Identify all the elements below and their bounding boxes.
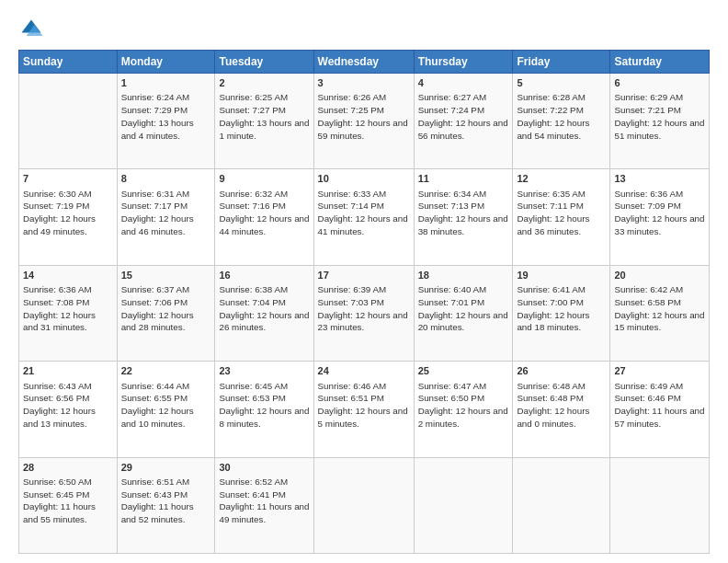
cell-date: 28 [23, 461, 113, 475]
cell-info: Sunrise: 6:46 AMSunset: 6:51 PMDaylight:… [318, 380, 410, 431]
header [18, 17, 710, 42]
cell-date: 26 [517, 364, 606, 378]
calendar-cell: 18Sunrise: 6:40 AMSunset: 7:01 PMDayligh… [414, 265, 513, 361]
calendar-cell: 2Sunrise: 6:25 AMSunset: 7:27 PMDaylight… [215, 74, 313, 169]
cell-date: 16 [219, 269, 309, 282]
cell-date: 3 [318, 76, 410, 90]
calendar-cell: 25Sunrise: 6:47 AMSunset: 6:50 PMDayligh… [414, 362, 513, 457]
calendar-cell: 28Sunrise: 6:50 AMSunset: 6:45 PMDayligh… [19, 457, 118, 553]
cell-date: 20 [614, 269, 705, 282]
calendar-cell [313, 457, 414, 553]
cell-date: 1 [121, 76, 211, 90]
cell-date: 11 [418, 172, 509, 186]
cell-info: Sunrise: 6:43 AMSunset: 6:56 PMDaylight:… [23, 380, 113, 431]
calendar-cell: 6Sunrise: 6:29 AMSunset: 7:21 PMDaylight… [610, 74, 710, 169]
calendar-cell: 8Sunrise: 6:31 AMSunset: 7:17 PMDaylight… [117, 169, 215, 265]
calendar-cell: 24Sunrise: 6:46 AMSunset: 6:51 PMDayligh… [313, 362, 414, 457]
day-header-friday: Friday [513, 51, 610, 74]
cell-info: Sunrise: 6:47 AMSunset: 6:50 PMDaylight:… [418, 380, 509, 431]
cell-info: Sunrise: 6:36 AMSunset: 7:08 PMDaylight:… [23, 283, 113, 334]
cell-date: 21 [23, 364, 113, 378]
cell-info: Sunrise: 6:32 AMSunset: 7:16 PMDaylight:… [219, 188, 309, 238]
cell-info: Sunrise: 6:48 AMSunset: 6:48 PMDaylight:… [517, 380, 606, 431]
calendar-cell [513, 457, 610, 553]
calendar-cell: 4Sunrise: 6:27 AMSunset: 7:24 PMDaylight… [414, 74, 513, 169]
calendar-cell: 17Sunrise: 6:39 AMSunset: 7:03 PMDayligh… [313, 265, 414, 361]
cell-date: 7 [23, 172, 113, 186]
cell-info: Sunrise: 6:26 AMSunset: 7:25 PMDaylight:… [318, 91, 410, 142]
calendar-cell: 23Sunrise: 6:45 AMSunset: 6:53 PMDayligh… [215, 362, 313, 457]
cell-date: 30 [219, 461, 309, 475]
calendar-cell: 29Sunrise: 6:51 AMSunset: 6:43 PMDayligh… [117, 457, 215, 553]
day-header-monday: Monday [117, 51, 215, 74]
cell-info: Sunrise: 6:52 AMSunset: 6:41 PMDaylight:… [219, 476, 309, 526]
cell-date: 29 [121, 461, 211, 475]
cell-info: Sunrise: 6:34 AMSunset: 7:13 PMDaylight:… [418, 188, 509, 238]
logo-icon [18, 17, 44, 42]
calendar-cell: 27Sunrise: 6:49 AMSunset: 6:46 PMDayligh… [610, 362, 710, 457]
cell-info: Sunrise: 6:33 AMSunset: 7:14 PMDaylight:… [318, 188, 410, 238]
cell-date: 25 [418, 364, 509, 378]
calendar-cell: 14Sunrise: 6:36 AMSunset: 7:08 PMDayligh… [19, 265, 118, 361]
calendar-week-3: 14Sunrise: 6:36 AMSunset: 7:08 PMDayligh… [19, 265, 710, 361]
calendar-cell: 3Sunrise: 6:26 AMSunset: 7:25 PMDaylight… [313, 74, 414, 169]
calendar-week-2: 7Sunrise: 6:30 AMSunset: 7:19 PMDaylight… [19, 169, 710, 265]
cell-date: 8 [121, 172, 211, 186]
calendar-week-5: 28Sunrise: 6:50 AMSunset: 6:45 PMDayligh… [19, 457, 710, 553]
cell-date: 10 [318, 172, 410, 186]
cell-date: 13 [614, 172, 705, 186]
cell-info: Sunrise: 6:49 AMSunset: 6:46 PMDaylight:… [614, 380, 705, 431]
cell-info: Sunrise: 6:25 AMSunset: 7:27 PMDaylight:… [219, 91, 309, 142]
calendar-cell [610, 457, 710, 553]
cell-info: Sunrise: 6:44 AMSunset: 6:55 PMDaylight:… [121, 380, 211, 431]
cell-date: 24 [318, 364, 410, 378]
cell-info: Sunrise: 6:35 AMSunset: 7:11 PMDaylight:… [517, 188, 606, 238]
cell-date: 12 [517, 172, 606, 186]
day-header-sunday: Sunday [19, 51, 118, 74]
day-header-wednesday: Wednesday [313, 51, 414, 74]
cell-info: Sunrise: 6:36 AMSunset: 7:09 PMDaylight:… [614, 188, 705, 238]
cell-date: 9 [219, 172, 309, 186]
cell-info: Sunrise: 6:51 AMSunset: 6:43 PMDaylight:… [121, 476, 211, 526]
cell-date: 4 [418, 76, 509, 90]
cell-date: 18 [418, 269, 509, 282]
calendar-cell: 7Sunrise: 6:30 AMSunset: 7:19 PMDaylight… [19, 169, 118, 265]
day-header-tuesday: Tuesday [215, 51, 313, 74]
cell-info: Sunrise: 6:40 AMSunset: 7:01 PMDaylight:… [418, 283, 509, 334]
cell-date: 14 [23, 269, 113, 282]
cell-info: Sunrise: 6:45 AMSunset: 6:53 PMDaylight:… [219, 380, 309, 431]
calendar-header-row: SundayMondayTuesdayWednesdayThursdayFrid… [19, 51, 710, 74]
cell-date: 22 [121, 364, 211, 378]
day-header-saturday: Saturday [610, 51, 710, 74]
calendar-cell: 30Sunrise: 6:52 AMSunset: 6:41 PMDayligh… [215, 457, 313, 553]
cell-info: Sunrise: 6:24 AMSunset: 7:29 PMDaylight:… [121, 91, 211, 142]
calendar-cell: 13Sunrise: 6:36 AMSunset: 7:09 PMDayligh… [610, 169, 710, 265]
cell-info: Sunrise: 6:29 AMSunset: 7:21 PMDaylight:… [614, 91, 705, 142]
cell-date: 19 [517, 269, 606, 282]
calendar-cell: 20Sunrise: 6:42 AMSunset: 6:58 PMDayligh… [610, 265, 710, 361]
calendar-cell [19, 74, 118, 169]
cell-info: Sunrise: 6:28 AMSunset: 7:22 PMDaylight:… [517, 91, 606, 142]
cell-info: Sunrise: 6:41 AMSunset: 7:00 PMDaylight:… [517, 283, 606, 334]
cell-info: Sunrise: 6:27 AMSunset: 7:24 PMDaylight:… [418, 91, 509, 142]
calendar-cell: 12Sunrise: 6:35 AMSunset: 7:11 PMDayligh… [513, 169, 610, 265]
logo [18, 17, 48, 42]
calendar-cell: 21Sunrise: 6:43 AMSunset: 6:56 PMDayligh… [19, 362, 118, 457]
cell-info: Sunrise: 6:37 AMSunset: 7:06 PMDaylight:… [121, 283, 211, 334]
cell-info: Sunrise: 6:30 AMSunset: 7:19 PMDaylight:… [23, 188, 113, 238]
calendar-cell: 26Sunrise: 6:48 AMSunset: 6:48 PMDayligh… [513, 362, 610, 457]
calendar-cell: 5Sunrise: 6:28 AMSunset: 7:22 PMDaylight… [513, 74, 610, 169]
cell-info: Sunrise: 6:38 AMSunset: 7:04 PMDaylight:… [219, 283, 309, 334]
calendar-week-1: 1Sunrise: 6:24 AMSunset: 7:29 PMDaylight… [19, 74, 710, 169]
calendar-cell: 19Sunrise: 6:41 AMSunset: 7:00 PMDayligh… [513, 265, 610, 361]
cell-date: 15 [121, 269, 211, 282]
calendar-cell [414, 457, 513, 553]
calendar-cell: 15Sunrise: 6:37 AMSunset: 7:06 PMDayligh… [117, 265, 215, 361]
calendar-cell: 22Sunrise: 6:44 AMSunset: 6:55 PMDayligh… [117, 362, 215, 457]
calendar-cell: 10Sunrise: 6:33 AMSunset: 7:14 PMDayligh… [313, 169, 414, 265]
page: SundayMondayTuesdayWednesdayThursdayFrid… [0, 0, 728, 563]
cell-info: Sunrise: 6:39 AMSunset: 7:03 PMDaylight:… [318, 283, 410, 334]
cell-date: 5 [517, 76, 606, 90]
calendar-cell: 16Sunrise: 6:38 AMSunset: 7:04 PMDayligh… [215, 265, 313, 361]
cell-date: 17 [318, 269, 410, 282]
